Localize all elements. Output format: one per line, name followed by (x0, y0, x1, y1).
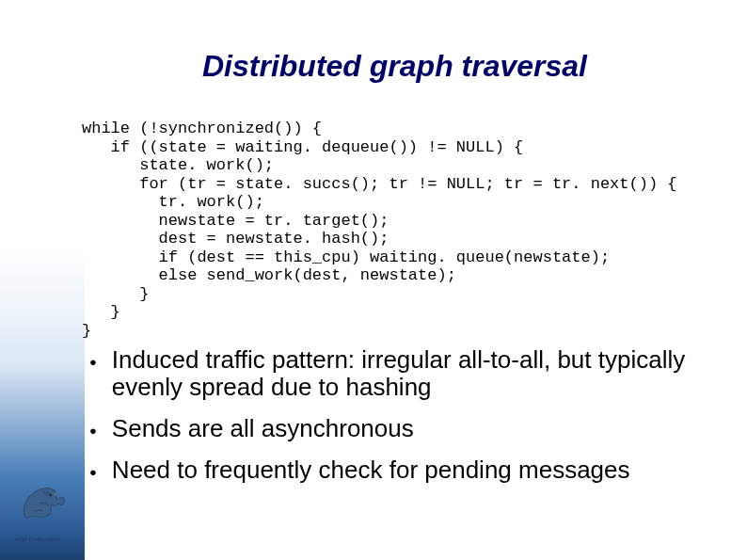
logo-text: vrije Universiteit (15, 536, 60, 543)
slide-title: Distributed graph traversal (52, 49, 738, 84)
bullet-dot-icon: ● (89, 466, 97, 480)
bullet-dot-icon: ● (89, 424, 97, 439)
bullet-text: Need to frequently check for pending mes… (112, 456, 738, 485)
bullet-text: Sends are all asynchronous (112, 415, 738, 443)
code-block: while (!synchronized()) { if ((state = w… (82, 120, 738, 341)
slide-content: Distributed graph traversal while (!sync… (0, 0, 747, 485)
bullet-dot-icon: ● (89, 356, 97, 370)
bullet-list: ● Induced traffic pattern: irregular all… (89, 346, 738, 486)
list-item: ● Sends are all asynchronous (89, 415, 738, 443)
list-item: ● Induced traffic pattern: irregular all… (89, 346, 738, 403)
bullet-text: Induced traffic pattern: irregular all-t… (112, 346, 738, 403)
list-item: ● Need to frequently check for pending m… (89, 456, 738, 485)
svg-point-0 (50, 494, 52, 496)
